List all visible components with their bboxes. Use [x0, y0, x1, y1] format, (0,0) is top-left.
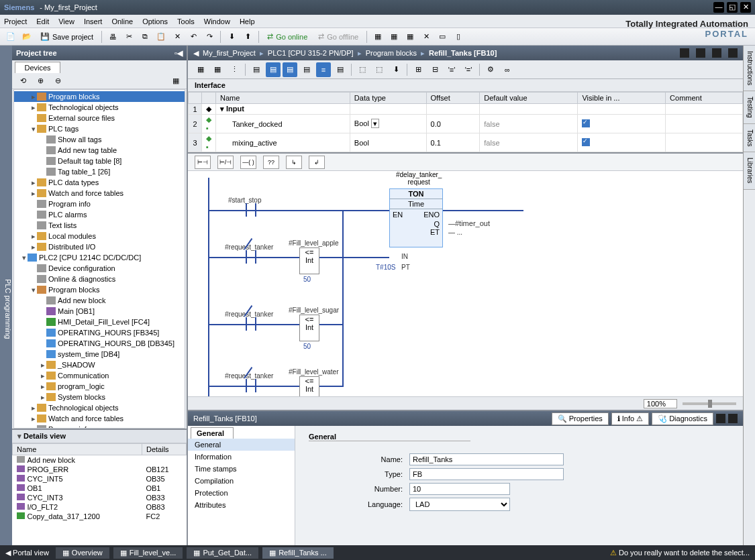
details-row[interactable]: CYC_INT3OB33 — [13, 493, 187, 502]
ed-tool-10[interactable]: ⬚ — [355, 62, 370, 77]
details-header[interactable]: ▾ Details view — [12, 430, 187, 443]
tree-item[interactable]: Device configuration — [14, 263, 185, 274]
ed-min-icon[interactable] — [680, 48, 689, 58]
tree-item[interactable]: External source files — [14, 113, 185, 123]
cut-icon[interactable]: ✂ — [122, 30, 136, 44]
tool-icon-3[interactable]: ▦ — [403, 30, 417, 44]
redo-icon[interactable]: ↷ — [203, 30, 216, 44]
ed-tool-18[interactable]: ∞ — [500, 62, 515, 77]
field-language[interactable]: LAD — [409, 498, 510, 511]
print-icon[interactable]: 🖶 — [106, 30, 119, 44]
ifh-type[interactable]: Data type — [350, 93, 426, 104]
new-project-icon[interactable]: 📄 — [4, 30, 17, 44]
tree-item[interactable]: Add new block — [14, 295, 185, 306]
tree-item[interactable]: ▸Watch and force tables — [14, 413, 185, 424]
save-project-button[interactable]: 💾 Save project — [36, 32, 97, 41]
sb-tab-refill-tanks[interactable]: ▦ Refill_Tanks ... — [262, 547, 334, 559]
tree-item[interactable]: ▸Program blocks — [14, 91, 185, 102]
lad-contact-nc[interactable]: ⊢/⊣ — [217, 156, 234, 169]
ed-tool-15[interactable]: '≡' — [444, 62, 459, 77]
tree-item[interactable]: ▸Local modules — [14, 231, 185, 241]
ed-tool-2[interactable]: ▦ — [210, 62, 225, 77]
ladder-canvas[interactable]: #delay_tanker_ request TON Time ENENO Q … — [188, 171, 743, 396]
menu-options[interactable]: Options — [142, 17, 168, 25]
menu-tools[interactable]: Tools — [177, 17, 195, 25]
interface-row[interactable]: 3◆ ▪ mixing_active Bool 0.1 false — [189, 133, 743, 152]
interface-header[interactable]: Interface — [188, 79, 743, 92]
visible-checkbox[interactable] — [582, 138, 590, 146]
tree-item[interactable]: OPERATING_HOURS [FB345] — [14, 327, 185, 338]
details-col-name[interactable]: Name — [13, 444, 142, 455]
tab-info[interactable]: ℹ Info ⚠ — [611, 412, 649, 425]
paste-icon[interactable]: 📋 — [154, 30, 168, 44]
ed-close-icon[interactable] — [728, 48, 738, 58]
tree-collapse-icon[interactable]: ⊖ — [51, 74, 64, 88]
tree-item[interactable]: Text lists — [14, 220, 185, 231]
ed-tool-8[interactable]: ≡ — [316, 62, 331, 77]
bc-plc[interactable]: PLC1 [CPU 315-2 PN/DP] — [268, 49, 354, 57]
project-tree[interactable]: ▸Program blocks▸Technological objectsExt… — [13, 89, 185, 429]
tool-icon-6[interactable]: ▯ — [452, 30, 465, 44]
maximize-button[interactable]: ◱ — [727, 2, 738, 13]
open-project-icon[interactable]: 📂 — [20, 30, 34, 44]
download-icon[interactable]: ⬇ — [225, 30, 238, 44]
cmp-box-water[interactable]: <=Int — [299, 376, 319, 396]
tree-item[interactable]: ▾Program blocks — [14, 284, 185, 295]
tree-item[interactable]: Main [OB1] — [14, 306, 185, 317]
tool-icon-2[interactable]: ▦ — [387, 30, 401, 44]
tree-item[interactable]: ▸Distributed I/O — [14, 241, 185, 252]
interface-row[interactable]: 2◆ ▪ Tanker_docked Bool ▾ 0.0 false — [189, 115, 743, 133]
cmp-box-sugar[interactable]: <=Int — [299, 315, 319, 341]
nav-general[interactable]: General — [188, 439, 295, 451]
portal-view-button[interactable]: ◀ Portal view — [5, 549, 49, 557]
tree-item[interactable]: PLC alarms — [14, 209, 185, 220]
tree-item[interactable]: system_time [DB4] — [14, 349, 185, 359]
tree-item[interactable]: Program info — [14, 199, 185, 209]
tree-item[interactable]: Program info — [14, 424, 185, 429]
ed-tool-11[interactable]: ⬚ — [372, 62, 387, 77]
ed-tool-7[interactable]: ▤ — [299, 62, 314, 77]
ed-tool-16[interactable]: '=' — [461, 62, 476, 77]
tree-item[interactable]: HMI_Detail_Fill_Level [FC4] — [14, 317, 185, 327]
nav-info[interactable]: Information — [188, 451, 295, 463]
contact-req-tanker-2[interactable] — [242, 317, 260, 331]
contact-req-tanker-3[interactable] — [242, 379, 260, 392]
lad-box[interactable]: ?? — [263, 156, 279, 169]
details-col-details[interactable]: Details — [142, 444, 186, 455]
tree-item[interactable]: Online & diagnostics — [14, 274, 185, 284]
sb-tab-overview[interactable]: ▦ Overview — [56, 547, 109, 559]
menu-insert[interactable]: Insert — [84, 17, 103, 25]
bc-collapse-icon[interactable]: ◀ — [193, 49, 199, 58]
menu-online[interactable]: Online — [111, 17, 133, 25]
upload-icon[interactable]: ⬆ — [241, 30, 254, 44]
tree-item[interactable]: OPERATING_HOURS_DB [DB345] — [14, 338, 185, 349]
devices-tab[interactable]: Devices — [15, 62, 60, 73]
tree-item[interactable]: ▸System blocks — [14, 392, 185, 402]
rail-testing[interactable]: Testing — [744, 91, 755, 124]
tab-properties[interactable]: 🔍 Properties — [552, 412, 609, 425]
ed-tool-9[interactable]: ▤ — [333, 62, 348, 77]
field-number[interactable] — [409, 483, 510, 495]
ifh-visible[interactable]: Visible in ... — [578, 93, 666, 104]
nav-attributes[interactable]: Attributes — [188, 499, 295, 511]
minimize-button[interactable]: — — [713, 2, 724, 13]
tree-item[interactable]: Add new tag table — [14, 145, 185, 156]
delete-icon[interactable]: ✕ — [170, 30, 184, 44]
props-min-icon[interactable] — [716, 414, 725, 423]
ed-tool-12[interactable]: ⬇ — [389, 62, 403, 77]
bc-project[interactable]: My_first_Project — [203, 49, 256, 57]
menu-help[interactable]: Help — [240, 17, 255, 25]
tree-item[interactable]: ▾PLC2 [CPU 1214C DC/DC/DC] — [14, 252, 185, 263]
nav-protection[interactable]: Protection — [188, 487, 295, 499]
bc-blocks[interactable]: Program blocks — [366, 49, 417, 57]
contact-req-tanker-1[interactable] — [242, 250, 260, 264]
tree-item[interactable]: ▾PLC tags — [14, 123, 185, 134]
tree-item[interactable]: ▸Communication — [14, 370, 185, 381]
lad-coil[interactable]: —( ) — [240, 156, 256, 169]
nav-timestamps[interactable]: Time stamps — [188, 463, 295, 475]
lad-branch-open[interactable]: ↳ — [286, 156, 302, 169]
zoom-select[interactable]: 100% — [644, 399, 677, 408]
contact-start-stop[interactable] — [242, 203, 260, 217]
props-close-icon[interactable] — [728, 414, 738, 423]
field-name[interactable] — [409, 453, 564, 465]
